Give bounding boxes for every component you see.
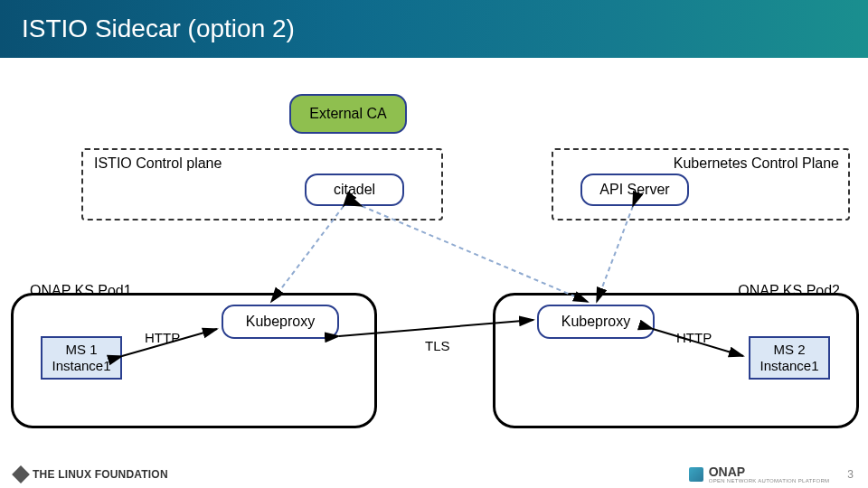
onap-icon — [689, 467, 703, 482]
node-kubeproxy-1: Kubeproxy — [222, 305, 339, 339]
diagram-stage: External CA ISTIO Control plane citadel … — [0, 58, 868, 461]
api-server-label: API Server — [599, 182, 669, 198]
pod2-label: ONAP KS Pod2 — [738, 283, 840, 299]
group-istio-control-plane: ISTIO Control plane citadel — [81, 148, 443, 221]
onap-sub: OPEN NETWORK AUTOMATION PLATFORM — [709, 478, 830, 483]
onap-logo: ONAP OPEN NETWORK AUTOMATION PLATFORM — [689, 465, 830, 483]
edge-http-2: HTTP — [676, 330, 712, 345]
citadel-label: citadel — [334, 182, 375, 198]
node-citadel: citadel — [305, 174, 404, 206]
group-k8s-control-plane: Kubernetes Control Plane API Server — [552, 148, 850, 221]
node-kubeproxy-2: Kubeproxy — [537, 305, 655, 339]
slide-title: ISTIO Sidecar (option 2) — [0, 0, 868, 58]
kubeproxy2-label: Kubeproxy — [561, 314, 631, 330]
title-text: ISTIO Sidecar (option 2) — [22, 14, 295, 43]
node-api-server: API Server — [580, 174, 689, 206]
kubeproxy1-label: Kubeproxy — [246, 314, 316, 330]
node-ms2: MS 2 Instance1 — [749, 336, 830, 380]
edge-tls: TLS — [425, 338, 450, 353]
ms2-label: MS 2 Instance1 — [760, 342, 818, 373]
node-external-ca: External CA — [289, 94, 407, 134]
lf-text: THE LINUX FOUNDATION — [33, 468, 168, 481]
page-number: 3 — [847, 468, 854, 481]
external-ca-label: External CA — [309, 106, 386, 122]
node-ms1: MS 1 Instance1 — [41, 336, 122, 380]
linux-foundation-logo: THE LINUX FOUNDATION — [14, 468, 168, 481]
footer: THE LINUX FOUNDATION ONAP OPEN NETWORK A… — [0, 461, 868, 488]
pod-2: ONAP KS Pod2 Kubeproxy MS 2 Instance1 HT… — [493, 293, 859, 428]
lf-icon — [12, 465, 30, 483]
pod1-label: ONAP KS Pod1 — [30, 283, 132, 299]
istio-cp-label: ISTIO Control plane — [94, 155, 222, 172]
onap-main: ONAP — [709, 465, 830, 478]
edge-http-1: HTTP — [145, 330, 180, 345]
ms1-label: MS 1 Instance1 — [52, 342, 110, 373]
k8s-cp-label: Kubernetes Control Plane — [674, 155, 839, 172]
pod-1: ONAP KS Pod1 MS 1 Instance1 Kubeproxy HT… — [11, 293, 377, 428]
